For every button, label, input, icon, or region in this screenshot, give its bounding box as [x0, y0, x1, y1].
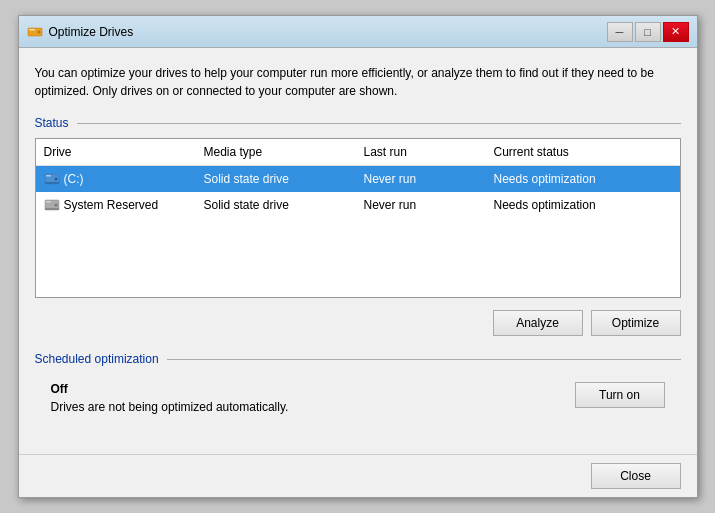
maximize-button[interactable]: □ — [635, 22, 661, 42]
svg-rect-8 — [46, 201, 51, 203]
svg-point-2 — [37, 30, 40, 33]
svg-point-5 — [54, 178, 57, 181]
footer: Close — [19, 454, 697, 497]
titlebar-buttons: ─ □ ✕ — [607, 22, 689, 42]
minimize-button[interactable]: ─ — [607, 22, 633, 42]
scheduled-section: Scheduled optimization Off Drives are no… — [35, 352, 681, 422]
main-content: You can optimize your drives to help you… — [19, 48, 697, 454]
action-buttons: Analyze Optimize — [35, 310, 681, 336]
table-row[interactable]: (C:) Solid state drive Never run Needs o… — [36, 166, 680, 192]
description-text: You can optimize your drives to help you… — [35, 64, 681, 100]
header-media-type: Media type — [196, 142, 356, 162]
optimize-drives-window: Optimize Drives ─ □ ✕ You can optimize y… — [18, 15, 698, 498]
cell-status-0: Needs optimization — [486, 168, 680, 190]
header-last-run: Last run — [356, 142, 486, 162]
svg-rect-10 — [45, 208, 59, 210]
close-button[interactable]: Close — [591, 463, 681, 489]
turn-on-button[interactable]: Turn on — [575, 382, 665, 408]
optimize-button[interactable]: Optimize — [591, 310, 681, 336]
table-header: Drive Media type Last run Current status — [36, 139, 680, 166]
status-divider — [77, 123, 681, 124]
cell-drive-0: (C:) — [36, 168, 196, 190]
drive-c-icon — [44, 171, 60, 187]
cell-drive-1: System Reserved — [36, 194, 196, 216]
cell-status-1: Needs optimization — [486, 194, 680, 216]
titlebar: Optimize Drives ─ □ ✕ — [19, 16, 697, 48]
svg-rect-4 — [46, 175, 51, 177]
scheduled-left: Off Drives are not being optimized autom… — [51, 382, 289, 414]
close-window-button[interactable]: ✕ — [663, 22, 689, 42]
analyze-button[interactable]: Analyze — [493, 310, 583, 336]
drive-system-icon — [44, 197, 60, 213]
svg-rect-1 — [29, 29, 35, 31]
status-section-label: Status — [35, 116, 69, 130]
scheduled-content: Off Drives are not being optimized autom… — [35, 374, 681, 422]
scheduled-status: Off — [51, 382, 289, 396]
svg-point-9 — [54, 204, 57, 207]
scheduled-divider — [167, 359, 681, 360]
svg-rect-6 — [45, 182, 59, 184]
header-drive: Drive — [36, 142, 196, 162]
scheduled-section-header: Scheduled optimization — [35, 352, 681, 366]
window-title: Optimize Drives — [49, 25, 134, 39]
cell-media-0: Solid state drive — [196, 168, 356, 190]
status-section-header: Status — [35, 116, 681, 130]
table-body: (C:) Solid state drive Never run Needs o… — [36, 166, 680, 286]
titlebar-left: Optimize Drives — [27, 24, 134, 40]
cell-lastrun-1: Never run — [356, 194, 486, 216]
window-icon — [27, 24, 43, 40]
drives-table: Drive Media type Last run Current status — [35, 138, 681, 298]
scheduled-row: Off Drives are not being optimized autom… — [51, 382, 665, 414]
cell-media-1: Solid state drive — [196, 194, 356, 216]
scheduled-section-label: Scheduled optimization — [35, 352, 159, 366]
cell-lastrun-0: Never run — [356, 168, 486, 190]
scheduled-description: Drives are not being optimized automatic… — [51, 400, 289, 414]
header-current-status: Current status — [486, 142, 680, 162]
table-row[interactable]: System Reserved Solid state drive Never … — [36, 192, 680, 218]
